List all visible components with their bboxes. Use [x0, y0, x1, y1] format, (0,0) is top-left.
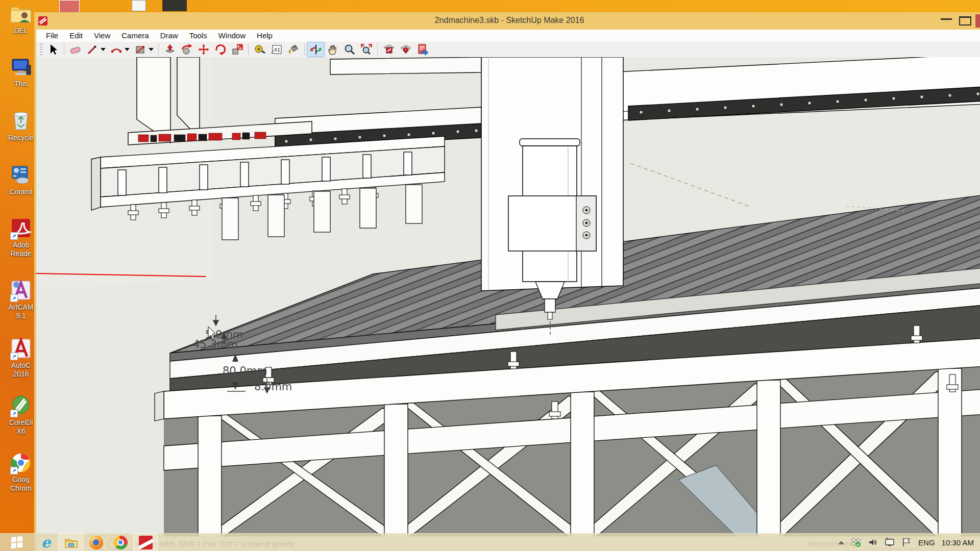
start-button[interactable]: [0, 534, 34, 551]
model-canvas: 5.0mm 45.3mm 80.0mm 8.0mm: [36, 57, 980, 537]
taskbar-firefox[interactable]: [84, 534, 108, 551]
model-viewport[interactable]: 5.0mm 45.3mm 80.0mm 8.0mm: [36, 57, 980, 537]
user-folder-icon: [9, 2, 33, 26]
paint-bucket-tool[interactable]: [285, 42, 302, 57]
eraser-icon: [69, 43, 82, 56]
taskbar: e ENG 10:30 AM: [0, 533, 980, 551]
eraser-tool[interactable]: [67, 42, 84, 57]
orbit-icon: [310, 43, 322, 56]
menu-edit[interactable]: Edit: [64, 30, 88, 42]
line-tool[interactable]: [84, 42, 101, 57]
pan-tool[interactable]: [324, 42, 341, 57]
this-pc-icon: [9, 55, 33, 79]
sketchup-window: 2ndmachine3.skb - SketchUp Make 2016 Fil…: [34, 12, 980, 551]
hidden-icons-chevron[interactable]: [838, 541, 844, 544]
scale-icon: [231, 43, 243, 56]
menu-draw[interactable]: Draw: [155, 30, 184, 42]
arc-icon: [110, 43, 122, 56]
tape-measure-tool[interactable]: [251, 42, 268, 57]
text-tool[interactable]: A1: [268, 42, 285, 57]
line-tool-dropdown[interactable]: [101, 48, 106, 51]
spindle-cap: [520, 139, 580, 146]
push-pull-tool[interactable]: [161, 42, 178, 57]
select-icon: [47, 43, 59, 56]
google-chrome-icon: ↗: [9, 451, 33, 474]
scale-tool[interactable]: [229, 42, 246, 57]
tool-bit: [548, 312, 552, 319]
menu-file[interactable]: File: [40, 30, 64, 42]
pan-hand-icon: [327, 43, 339, 56]
close-button[interactable]: [975, 14, 980, 28]
move-tool[interactable]: [195, 42, 212, 57]
dropbox-icon[interactable]: [851, 537, 861, 547]
select-tool[interactable]: [44, 42, 61, 57]
chrome-icon: [114, 536, 128, 549]
rectangle-tool-dropdown[interactable]: [149, 48, 154, 51]
firefox-icon: [89, 536, 103, 549]
arc-tool[interactable]: [108, 42, 125, 57]
text-icon: A1: [271, 43, 283, 56]
desktop-icon-partial-2[interactable]: [132, 0, 146, 11]
dim-label: 45.3mm: [193, 338, 238, 350]
taskbar-sketchup[interactable]: [133, 533, 158, 551]
shortcut-arrow-icon: ↗: [10, 294, 18, 302]
toolbar-separator: [377, 43, 378, 56]
extension-warehouse-icon: [400, 43, 412, 56]
toolbar-grip[interactable]: [40, 44, 42, 55]
menu-help[interactable]: Help: [251, 30, 278, 42]
volume-icon[interactable]: [868, 537, 878, 547]
3d-warehouse-tool[interactable]: [380, 42, 397, 57]
move-icon: [198, 43, 210, 56]
extension-warehouse-tool[interactable]: [397, 42, 414, 57]
artcam-icon: ↗: [9, 279, 33, 302]
3d-warehouse-icon: [383, 43, 395, 56]
desktop-icon-partial-1[interactable]: [59, 0, 80, 13]
menu-view[interactable]: View: [88, 30, 116, 42]
menu-camera[interactable]: Camera: [116, 30, 154, 42]
coreldraw-icon: ↗: [9, 394, 33, 417]
orbit-tool[interactable]: [307, 42, 324, 57]
window-title: 2ndmachine3.skb - SketchUp Make 2016: [34, 16, 980, 25]
paint-bucket-icon: [287, 43, 300, 56]
arc-tool-dropdown[interactable]: [125, 48, 130, 51]
minimize-button[interactable]: [941, 18, 952, 20]
dim-label: 80.0mm: [223, 365, 267, 377]
tape-measure-icon: [254, 43, 266, 56]
zoom-icon: [344, 43, 356, 56]
action-center-flag-icon[interactable]: [901, 537, 912, 547]
control-panel-icon: [9, 163, 33, 187]
follow-me-icon: [181, 43, 193, 56]
push-pull-icon: [164, 43, 176, 56]
menubar: File Edit View Camera Draw Tools Window …: [36, 30, 980, 42]
rectangle-tool[interactable]: [132, 42, 149, 57]
internet-explorer-icon: e: [41, 536, 51, 549]
share-model-tool[interactable]: [414, 42, 431, 57]
rotate-tool[interactable]: [212, 42, 229, 57]
toolbar-separator: [64, 43, 64, 56]
toolbar-separator: [248, 43, 249, 56]
shortcut-arrow-icon: ↗: [10, 410, 18, 417]
trestle-beam-endcap: [155, 391, 164, 421]
clamp-bolts: [583, 207, 590, 239]
display-icon[interactable]: [885, 537, 895, 547]
svg-text:A1: A1: [274, 47, 280, 53]
follow-me-tool[interactable]: [178, 42, 195, 57]
titlebar[interactable]: 2ndmachine3.skb - SketchUp Make 2016: [34, 12, 980, 30]
windows-logo-icon: [11, 536, 22, 548]
screen: DEL This Recycle Control ↗ Adob: [0, 0, 980, 551]
menu-tools[interactable]: Tools: [184, 30, 213, 42]
zoom-extents-tool[interactable]: [358, 42, 375, 57]
taskbar-file-explorer[interactable]: [59, 533, 83, 551]
taskbar-internet-explorer[interactable]: e: [34, 534, 58, 551]
line-pencil-icon: [86, 43, 99, 56]
desktop-icon-partial-3[interactable]: [162, 0, 187, 11]
zoom-extents-icon: [360, 43, 373, 56]
zoom-tool[interactable]: [341, 42, 358, 57]
shortcut-arrow-icon: ↗: [10, 467, 18, 474]
maximize-button[interactable]: [959, 16, 971, 26]
dim-label: 8.0mm: [254, 381, 292, 393]
clock[interactable]: 10:30 AM: [942, 538, 974, 547]
language-indicator[interactable]: ENG: [918, 538, 935, 547]
taskbar-chrome[interactable]: [109, 534, 132, 551]
menu-window[interactable]: Window: [213, 30, 251, 42]
